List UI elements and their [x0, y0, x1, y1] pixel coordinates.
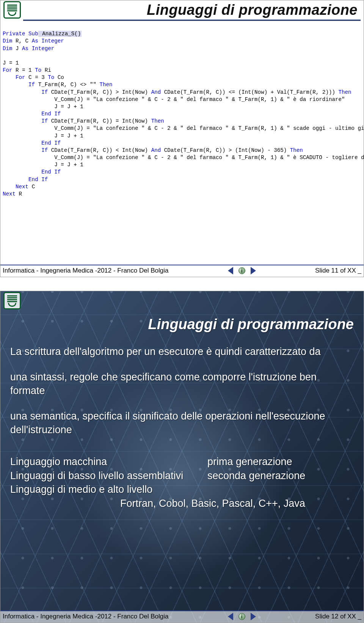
- code-text: CDate(T_Farm(R, C)) < Int(Now): [48, 147, 151, 153]
- slide-12: Linguaggi di programmazione La scrittura…: [0, 291, 364, 623]
- list-row: Linguaggi di medio e alto livello: [10, 483, 354, 496]
- kw: For: [3, 74, 25, 80]
- code-text: J = J + 1: [3, 133, 83, 139]
- list-right: prima generazione: [207, 455, 292, 468]
- code-text: V_Comm(J) = "La confezione " & C - 2 & "…: [3, 125, 364, 131]
- slide-11: Linguaggi di programmazione Private Sub …: [0, 0, 364, 277]
- code-text: R = 1: [13, 67, 35, 73]
- kw: Then: [151, 118, 164, 124]
- list-left: Linguaggio macchina: [10, 455, 207, 468]
- kw: To: [35, 67, 41, 73]
- footer-nav: i: [228, 613, 256, 620]
- pad: [303, 147, 364, 153]
- footer-nav: i: [228, 267, 256, 274]
- pad: [164, 118, 364, 124]
- code-text: V_Comm(J) = "La confezione " & C - 2 & "…: [3, 155, 364, 161]
- logo-icon: [3, 292, 21, 309]
- kw: Next: [3, 191, 16, 197]
- slide-footer: Informatica - Ingegneria Medica -2012 - …: [0, 265, 364, 277]
- code-text: J = J + 1: [3, 162, 83, 168]
- logo-icon: [3, 1, 21, 19]
- code-block: Private Sub Analizza_S() Dim R, C As Int…: [0, 21, 364, 198]
- code-text: V_Comm(J) = "La confezione " & C - 2 & "…: [3, 96, 345, 103]
- paragraph: una semantica, specifica il significato …: [10, 409, 354, 437]
- code-text: T_Farm(R, C) <> "": [35, 82, 99, 88]
- code-text: C = 3: [25, 74, 48, 80]
- list-row: Linguaggi di basso livello assemblativi …: [10, 469, 354, 483]
- kw: End If: [3, 177, 48, 183]
- code-text: CDate(T_Farm(R, C)) > (Int(Now) - 365): [161, 147, 290, 153]
- paragraph: una sintassi, regole che specificano com…: [10, 370, 354, 398]
- kw: Then: [338, 89, 351, 95]
- kw: Dim: [3, 38, 13, 44]
- footer-right: Slide 11 of XX _: [315, 267, 361, 274]
- footer-left: Informatica - Ingegneria Medica -2012 - …: [3, 267, 169, 274]
- kw: And: [151, 89, 161, 95]
- list-row: Linguaggio macchina prima generazione: [10, 455, 354, 468]
- kw: For: [3, 67, 13, 73]
- code-text: Analizza_S(): [38, 31, 82, 37]
- slide-header: [0, 291, 364, 309]
- code-text: Ri: [41, 67, 51, 73]
- info-icon[interactable]: i: [238, 613, 245, 620]
- list-left: Linguaggi di medio e alto livello: [10, 483, 207, 496]
- prev-icon[interactable]: [228, 267, 233, 274]
- paragraph: La scrittura dell'algoritmo per un esecu…: [10, 345, 354, 358]
- next-icon[interactable]: [251, 267, 256, 274]
- kw: If: [3, 82, 35, 88]
- kw: End If: [3, 140, 61, 146]
- list-sub: Fortran, Cobol, Basic, Pascal, C++, Java: [10, 497, 354, 510]
- footer-right: Slide 12 of XX _: [315, 613, 361, 620]
- slide-header: Linguaggi di programmazione: [0, 0, 364, 19]
- kw: Then: [99, 82, 112, 88]
- code-text: J = J + 1: [3, 104, 83, 110]
- slide-footer: Informatica - Ingegneria Medica -2012 - …: [0, 610, 364, 623]
- code-text: CDate(T_Farm(R, C)) > Int(Now): [48, 89, 151, 95]
- prev-icon[interactable]: [228, 613, 233, 620]
- kw: And: [151, 147, 161, 153]
- kw: Private Sub: [3, 31, 38, 37]
- kw: If: [3, 147, 48, 153]
- info-icon[interactable]: i: [238, 267, 245, 274]
- footer-left: Informatica - Ingegneria Medica -2012 - …: [3, 613, 169, 620]
- kw: As Integer: [22, 46, 54, 52]
- kw: If: [3, 118, 48, 124]
- kw: Next: [3, 184, 28, 190]
- slide-body: Linguaggi di programmazione La scrittura…: [0, 309, 364, 510]
- code-text: R, C: [13, 38, 32, 44]
- code-text: J: [13, 46, 22, 52]
- kw: Dim: [3, 46, 13, 52]
- slide-title: Linguaggi di programmazione: [25, 2, 361, 18]
- kw: End If: [3, 111, 61, 117]
- code-text: C: [28, 184, 35, 190]
- list-left: Linguaggi di basso livello assemblativi: [10, 469, 207, 483]
- kw: As Integer: [32, 38, 64, 44]
- kw: To: [48, 74, 54, 80]
- code-text: Co: [54, 74, 64, 80]
- pad: [351, 89, 364, 95]
- code-text: CDate(T_Farm(R, C)) = Int(Now): [48, 118, 151, 124]
- code-text: CDate(T_Farm(R, C)) <= (Int(Now) + Val(T…: [161, 89, 338, 95]
- code-text: J = 1: [3, 60, 19, 66]
- list-right: seconda generazione: [207, 469, 305, 483]
- slide-title: Linguaggi di programmazione: [10, 315, 354, 334]
- kw: End If: [3, 169, 61, 175]
- code-text: R: [16, 191, 22, 197]
- next-icon[interactable]: [251, 613, 256, 620]
- kw: Then: [290, 147, 303, 153]
- kw: If: [3, 89, 48, 95]
